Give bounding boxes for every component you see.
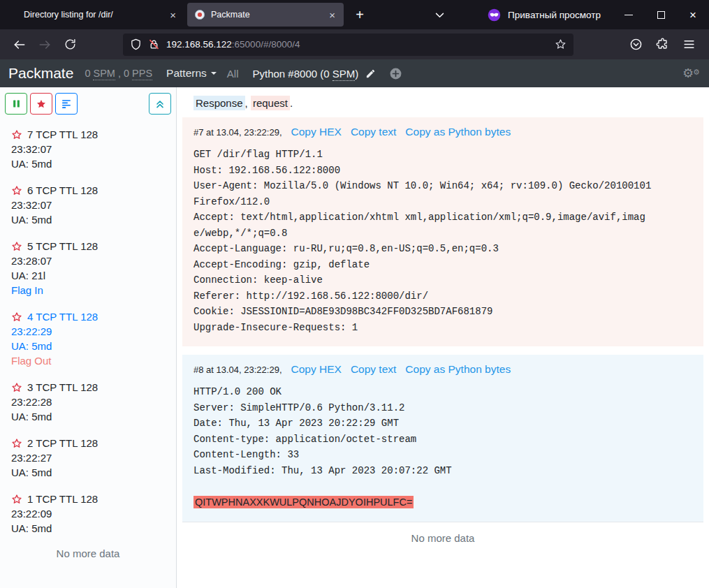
stream-time: 23:22:27 [11,450,165,465]
stream-time: 23:22:09 [11,506,165,521]
stream-title: 2 TCP TTL 128 [27,436,98,450]
stream-item-2[interactable]: 2 TCP TTL 128 23:22:27 UA: 5md [11,436,165,480]
browser-tab-bar: Directory listing for /dir/ × Packmate ×… [0,0,709,29]
stream-time: 23:32:07 [11,198,165,212]
filter-all-link[interactable]: All [227,68,239,80]
url-host: 192.168.56.122 [166,39,232,50]
window-close-button[interactable]: × [677,0,709,29]
main-no-more-data: No more data [182,532,703,544]
packmate-favicon [194,9,205,20]
patterns-dropdown[interactable]: Patterns [166,67,217,80]
menu-hamburger-icon[interactable] [678,34,700,56]
stream-sidebar: 7 TCP TTL 128 23:32:07 UA: 5md 6 TCP TTL… [0,87,177,588]
stream-item-4-selected[interactable]: 4 TCP TTL 128 23:22:29 UA: 5md Flag Out [11,309,165,368]
window-controls: × [613,0,709,29]
stream-title: 6 TCP TTL 128 [27,183,98,198]
private-mask-icon [487,8,502,22]
legend-request: request [251,96,290,110]
favorite-star-icon[interactable] [11,382,22,393]
stream-time: 23:32:07 [11,142,165,156]
back-button[interactable] [8,34,31,56]
stream-title: 7 TCP TTL 128 [27,127,98,142]
copy-hex-link[interactable]: Copy HEX [291,363,342,376]
stream-item-1[interactable]: 1 TCP TTL 128 23:22:09 UA: 5md [11,492,165,536]
legend-line: Response, request. [193,97,703,109]
packet-detail-pane: Response, request. #7 at 13.04, 23:22:29… [177,87,709,588]
forward-button[interactable] [34,34,56,56]
content-area: 7 TCP TTL 128 23:32:07 UA: 5md 6 TCP TTL… [0,87,709,588]
stream-user-agent: UA: 21l [11,268,165,283]
tab-packmate[interactable]: Packmate × [187,3,344,27]
stream-user-agent: UA: 5md [11,409,165,424]
packet-label: #8 at 13.04, 23:22:29, [193,365,282,375]
tab-directory-listing[interactable]: Directory listing for /dir/ × [17,3,184,27]
copy-text-link[interactable]: Copy text [351,126,396,138]
url-path: :65000/#/8000/4 [232,39,300,50]
pause-capture-button[interactable] [5,93,27,115]
packmate-header: Packmate 0 SPM , 0 PPS Patterns All Pyth… [0,59,709,87]
copy-python-bytes-link[interactable]: Copy as Python bytes [405,363,511,376]
private-browsing-label: Приватный просмотр [508,10,601,20]
sidebar-toolbar [0,93,176,115]
stream-user-agent: UA: 5md [11,156,165,171]
stream-title: 5 TCP TTL 128 [27,239,98,253]
favorites-filter-button[interactable] [30,93,52,115]
copy-text-link[interactable]: Copy text [351,363,396,376]
stream-list: 7 TCP TTL 128 23:32:07 UA: 5md 6 TCP TTL… [0,115,176,588]
copy-python-bytes-link[interactable]: Copy as Python bytes [405,126,511,138]
tab-title: Directory listing for /dir/ [24,10,163,20]
brand-title: Packmate [8,65,73,82]
service-tab-python-8000[interactable]: Python #8000 (0 SPM) [253,68,359,80]
stream-item-5[interactable]: 5 TCP TTL 128 23:28:07 UA: 21l Flag In [11,239,165,297]
extensions-puzzle-icon[interactable] [651,34,673,56]
packet-label: #7 at 13.04, 23:22:29, [193,127,282,138]
flag-in-badge[interactable]: Flag In [11,283,165,297]
stream-time: 23:22:29 [11,324,165,339]
legend-response: Response [193,96,245,110]
spm-stat: SPM [93,68,115,80]
list-tabs-chevron-icon[interactable] [429,4,450,25]
collapse-sidebar-button[interactable] [149,93,171,115]
tab-close-icon[interactable]: × [328,9,337,21]
favorite-star-icon[interactable] [11,129,22,140]
settings-gears-icon[interactable]: ⚙⚙ [682,65,701,82]
new-tab-button[interactable]: + [349,4,370,25]
window-maximize-button[interactable] [645,0,677,29]
stream-user-agent: UA: 5md [11,521,165,536]
insecure-lock-icon[interactable] [148,38,160,50]
favorite-star-icon[interactable] [11,494,22,505]
http-request-content: GET /dir/flag HTTP/1.1 Host: 192.168.56.… [193,147,651,335]
packet-block-request-7: #7 at 13.04, 23:22:29, Copy HEX Copy tex… [182,117,703,346]
maximize-icon [657,11,665,19]
tab-title: Packmate [211,10,322,20]
copy-hex-link[interactable]: Copy HEX [291,126,342,138]
shield-icon[interactable] [130,38,142,50]
favorite-star-icon[interactable] [11,438,22,449]
browser-toolbar: 192.168.56.122:65000/#/8000/4 [0,29,709,59]
reload-button[interactable] [59,34,81,56]
sidebar-no-more-data: No more data [11,547,165,559]
tab-close-icon[interactable]: × [168,9,177,21]
favorite-star-icon[interactable] [11,241,22,252]
edit-service-pencil-icon[interactable] [365,68,376,79]
stream-item-3[interactable]: 3 TCP TTL 128 23:22:28 UA: 5md [11,380,165,424]
http-response-content: HTTP/1.0 200 OK Server: SimpleHTTP/0.6 P… [193,384,651,510]
stream-item-7[interactable]: 7 TCP TTL 128 23:32:07 UA: 5md [11,127,165,171]
packet-block-response-8: #8 at 13.04, 23:22:29, Copy HEX Copy tex… [182,355,703,522]
stream-title: 1 TCP TTL 128 [27,492,98,506]
window-minimize-button[interactable] [613,0,645,29]
caret-down-icon [211,72,217,75]
favorite-star-icon[interactable] [11,185,22,196]
pocket-icon[interactable] [624,34,647,56]
stream-time: 23:22:28 [11,395,165,409]
list-view-button[interactable] [55,93,78,115]
add-service-plus-icon[interactable] [389,67,402,80]
close-icon: × [689,9,696,21]
flag-out-badge[interactable]: Flag Out [11,353,165,368]
stream-item-6[interactable]: 6 TCP TTL 128 23:32:07 UA: 5md [11,183,165,227]
url-bar[interactable]: 192.168.56.122:65000/#/8000/4 [123,34,573,56]
favorite-star-icon[interactable] [11,311,22,323]
stream-title: 3 TCP TTL 128 [27,380,98,395]
bookmark-star-icon[interactable] [555,38,567,50]
url-text[interactable]: 192.168.56.122:65000/#/8000/4 [166,39,300,50]
